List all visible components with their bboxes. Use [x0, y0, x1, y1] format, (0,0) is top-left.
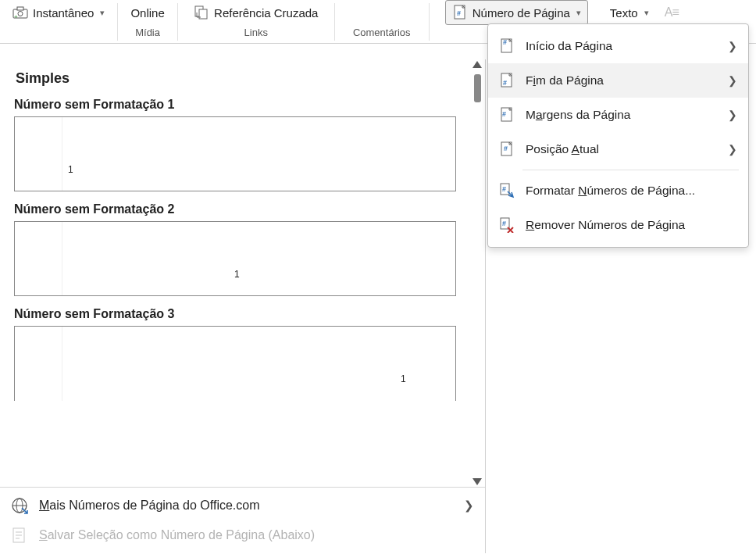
save-selection-label: Salvar Seleção como Número de Página (Ab…	[39, 528, 315, 542]
page-number-sample: 1	[401, 374, 406, 384]
page-number-label: Número de Página	[472, 6, 570, 20]
remove-icon: #	[499, 217, 515, 233]
online-label: Online	[130, 6, 164, 20]
ribbon-group-screenshot: + Instantâneo ▾	[0, 0, 117, 44]
comments-group-label: Comentários	[353, 27, 411, 38]
scroll-up-arrow[interactable]	[472, 61, 482, 68]
menu-bottom-of-page-label: Fim da Página	[526, 73, 604, 88]
page-top-icon: #	[499, 38, 515, 54]
menu-bottom-of-page[interactable]: # Fim da Página ❯	[488, 63, 748, 98]
page-bottom-icon: #	[499, 73, 515, 88]
gallery-option-preview[interactable]: 1	[14, 116, 456, 191]
chevron-right-icon: ❯	[728, 109, 737, 121]
gallery-option-title: Número sem Formatação 2	[14, 202, 463, 216]
chevron-right-icon: ❯	[728, 74, 737, 87]
menu-remove-label: Remover Números de Página	[526, 218, 685, 232]
gallery-footer: Mais Números de Página do Office.com ❯ S…	[0, 487, 485, 553]
page-number-sample: 1	[68, 164, 73, 175]
menu-separator	[522, 170, 739, 170]
scroll-thumb[interactable]	[474, 74, 481, 102]
gallery-scroll-area: SimplesNúmero sem Formatação 11Número se…	[0, 59, 485, 487]
cross-reference-button[interactable]: Referência Cruzada	[191, 0, 321, 25]
svg-text:#: #	[502, 185, 506, 193]
menu-current-position[interactable]: # Posição Atual ❯	[488, 132, 748, 166]
page-number-button[interactable]: # Número de Página ▾	[445, 0, 588, 25]
more-from-office-label: Mais Números de Página do Office.com	[39, 499, 260, 513]
save-selection-as-page-number: Salvar Seleção como Número de Página (Ab…	[0, 520, 485, 550]
menu-page-margins-label: Margens da Página	[526, 108, 630, 122]
chevron-down-icon: ▾	[576, 8, 581, 18]
more-from-office-com[interactable]: Mais Números de Página do Office.com ❯	[0, 491, 485, 520]
gallery-option-title: Número sem Formatação 3	[14, 307, 463, 321]
page-current-icon: #	[499, 141, 515, 157]
menu-current-position-label: Posição Atual	[526, 142, 599, 156]
chevron-down-icon: ▾	[644, 8, 649, 18]
screenshot-button[interactable]: + Instantâneo ▾	[9, 0, 108, 25]
ribbon-group-links: Referência Cruzada Links	[178, 0, 334, 44]
page-number-gallery: SimplesNúmero sem Formatação 11Número se…	[0, 59, 486, 553]
menu-remove-page-numbers[interactable]: # Remover Números de Página	[488, 208, 748, 242]
dropcap-icon: A≡	[665, 5, 679, 20]
text-button[interactable]: Texto ▾	[607, 0, 652, 25]
camera-icon: +	[12, 5, 28, 20]
menu-format-label: Formatar Números de Página...	[526, 184, 695, 198]
page-margin-icon: #	[499, 107, 515, 123]
gallery-option-preview[interactable]: 1	[14, 221, 456, 296]
svg-text:#: #	[502, 220, 506, 227]
scroll-down-arrow[interactable]	[472, 478, 482, 485]
text-label: Texto	[610, 6, 638, 20]
cross-reference-label: Referência Cruzada	[214, 6, 318, 20]
cross-reference-icon	[194, 5, 209, 20]
save-template-icon	[11, 527, 28, 544]
links-group-label: Links	[244, 27, 268, 38]
ribbon-group-media: Online Mídia	[118, 0, 177, 44]
gallery-section-title: Simples	[16, 70, 463, 87]
page-number-sample: 1	[234, 269, 240, 280]
gallery-scrollbar[interactable]	[469, 59, 485, 487]
page-number-menu: # Início da Página ❯ # Fim da Página ❯ #…	[487, 23, 749, 248]
menu-top-of-page-label: Início da Página	[526, 39, 612, 53]
media-group-label: Mídia	[135, 27, 160, 38]
svg-rect-1	[17, 7, 23, 10]
chevron-right-icon: ❯	[728, 40, 737, 52]
svg-text:#: #	[503, 79, 507, 87]
svg-text:#: #	[504, 145, 508, 152]
menu-page-margins[interactable]: # Margens da Página ❯	[488, 98, 748, 132]
chevron-right-icon: ❯	[728, 143, 737, 155]
svg-text:+: +	[14, 13, 18, 20]
ribbon-group-comments: Comentários	[335, 0, 429, 44]
menu-top-of-page[interactable]: # Início da Página ❯	[488, 29, 748, 63]
gallery-option-preview[interactable]: 1	[14, 326, 456, 401]
gallery-option-title: Número sem Formatação 1	[14, 98, 463, 112]
dropcap-button[interactable]: A≡	[662, 0, 682, 25]
screenshot-label: Instantâneo	[33, 6, 94, 20]
svg-text:#: #	[457, 9, 461, 17]
format-icon: #	[499, 183, 515, 198]
svg-text:#: #	[503, 38, 507, 46]
online-video-button[interactable]: Online	[127, 0, 167, 25]
chevron-down-icon: ▾	[100, 8, 105, 18]
globe-icon	[11, 497, 28, 514]
svg-text:#: #	[502, 110, 506, 118]
page-number-icon: #	[452, 5, 468, 20]
chevron-right-icon: ❯	[464, 499, 474, 513]
menu-format-page-numbers[interactable]: # Formatar Números de Página...	[488, 173, 748, 208]
